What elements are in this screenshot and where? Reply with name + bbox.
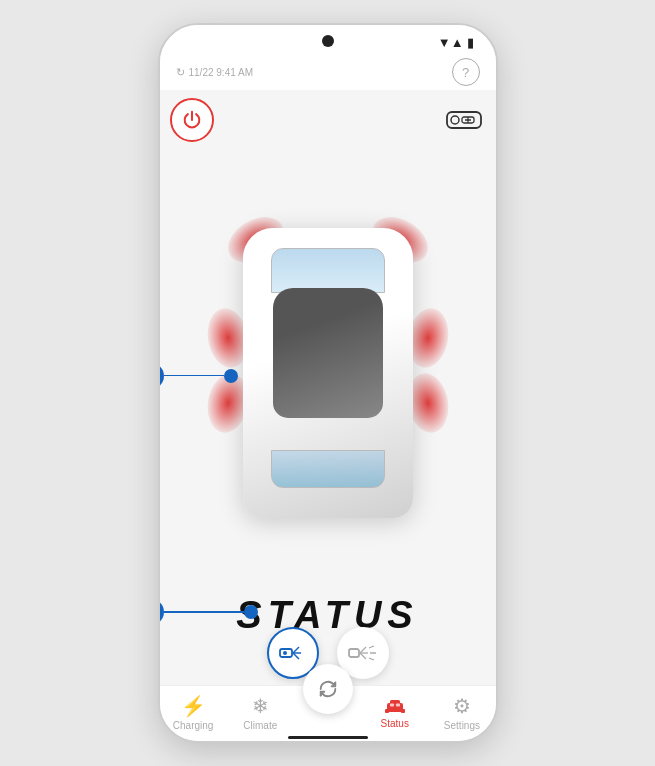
car-container — [218, 218, 438, 538]
status-car-icon — [384, 696, 406, 716]
refresh-button[interactable] — [303, 664, 353, 714]
highbeam-icon — [348, 644, 378, 662]
svg-rect-20 — [401, 709, 405, 713]
svg-line-8 — [293, 653, 299, 659]
key-button[interactable] — [442, 98, 486, 142]
nav-item-climate[interactable]: ❄ Climate — [227, 692, 294, 733]
headlights-icon — [279, 643, 307, 663]
status-label-nav: Status — [381, 718, 409, 729]
phone-frame: 9:41 ▼▲ ▮ ↻ 11/22 9:41 AM ? — [158, 23, 498, 743]
climate-label: Climate — [243, 720, 277, 731]
nav-item-settings[interactable]: ⚙ Settings — [428, 692, 495, 733]
annotation-line-1 — [164, 375, 224, 377]
power-icon — [181, 109, 203, 131]
windshield-front — [271, 248, 385, 293]
annotation-dot-1 — [224, 369, 238, 383]
svg-rect-0 — [447, 112, 481, 128]
annotation-line-2 — [164, 611, 244, 613]
help-button[interactable]: ? — [452, 58, 480, 86]
key-fob-icon — [445, 106, 483, 134]
main-content: STATUS — [160, 90, 496, 685]
help-icon: ? — [462, 65, 469, 80]
sync-info: ↻ 11/22 9:41 AM — [176, 66, 254, 79]
annotation-1: 1 — [160, 363, 238, 389]
svg-rect-21 — [390, 704, 394, 707]
nav-item-status[interactable]: Status — [361, 692, 428, 733]
svg-line-16 — [369, 658, 374, 660]
annotation-dot-2 — [244, 605, 258, 619]
status-bar: 9:41 ▼▲ ▮ — [160, 25, 496, 54]
svg-line-11 — [360, 647, 366, 653]
status-icons: ▼▲ ▮ — [438, 35, 474, 50]
svg-point-9 — [283, 651, 287, 655]
car-roof — [273, 288, 383, 418]
annotation-2: 2 — [160, 599, 258, 625]
svg-rect-22 — [396, 704, 400, 707]
home-indicator — [288, 736, 368, 739]
camera-cutout — [322, 35, 334, 47]
svg-rect-10 — [349, 649, 359, 657]
app-header: ↻ 11/22 9:41 AM ? — [160, 54, 496, 90]
bottom-nav: ⚡ Charging ❄ Climate ↻ Status ⚙ Settings — [160, 685, 496, 741]
nav-item-charging[interactable]: ⚡ Charging — [160, 692, 227, 733]
windshield-rear — [271, 450, 385, 488]
settings-icon: ⚙ — [453, 694, 471, 718]
climate-icon: ❄ — [252, 694, 269, 718]
car-body — [243, 228, 413, 518]
sync-timestamp: 11/22 9:41 AM — [189, 67, 254, 78]
sync-icon: ↻ — [176, 66, 185, 79]
charging-label: Charging — [173, 720, 214, 731]
battery-icon: ▮ — [467, 35, 474, 50]
svg-line-15 — [369, 646, 374, 648]
charging-icon: ⚡ — [181, 694, 206, 718]
settings-label: Settings — [444, 720, 480, 731]
svg-line-6 — [293, 647, 299, 653]
svg-point-1 — [451, 116, 459, 124]
svg-line-13 — [360, 653, 366, 659]
refresh-icon — [317, 678, 339, 700]
power-button[interactable] — [170, 98, 214, 142]
svg-rect-19 — [385, 709, 389, 713]
wifi-icon: ▼▲ — [438, 35, 464, 50]
